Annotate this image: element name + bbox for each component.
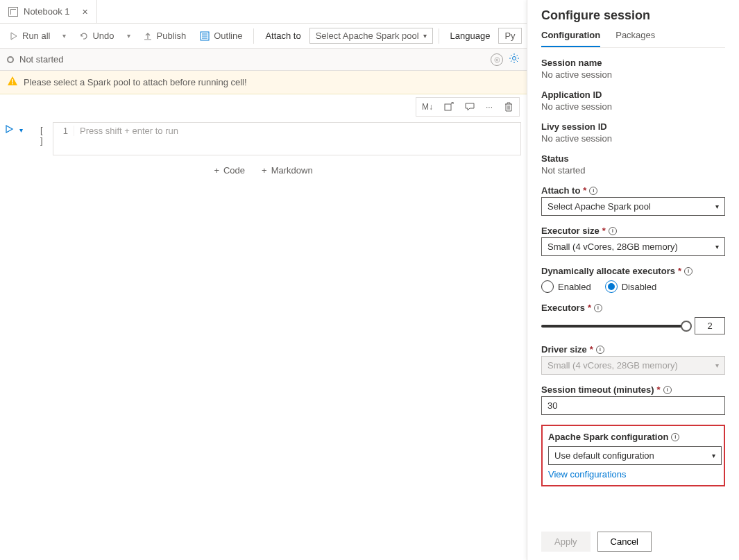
- add-code-label: Code: [223, 165, 245, 176]
- info-icon[interactable]: i: [684, 267, 693, 275]
- chevron-down-icon: ▾: [712, 452, 715, 459]
- info-icon[interactable]: i: [609, 227, 617, 235]
- driver-size-label: Driver size*i: [541, 344, 725, 355]
- status-value: Not started: [541, 165, 725, 176]
- cell-toolbar: M↓ ···: [416, 97, 520, 117]
- view-configurations-link[interactable]: View configurations: [548, 469, 627, 480]
- driver-size-value: Small (4 vCores, 28GB memory): [547, 360, 678, 371]
- run-all-chevron[interactable]: ▾: [58, 29, 70, 42]
- add-markdown-button[interactable]: + Markdown: [262, 165, 313, 176]
- code-cell: ▾ [ ] 1 Press shift + enter to run: [0, 117, 527, 155]
- run-all-button[interactable]: Run all: [4, 28, 56, 44]
- radio-enabled-label: Enabled: [558, 282, 591, 292]
- play-icon: [10, 32, 18, 40]
- target-icon[interactable]: ◎: [491, 53, 503, 66]
- notebook-icon: [8, 7, 18, 17]
- undo-chevron[interactable]: ▾: [123, 29, 135, 42]
- publish-icon: [143, 31, 153, 41]
- attach-to-label: Attach to: [265, 31, 300, 41]
- delete-icon[interactable]: [500, 99, 518, 114]
- session-name-value: No active session: [541, 69, 725, 80]
- svg-rect-7: [445, 104, 451, 110]
- status-dot-icon: [7, 56, 14, 63]
- spark-config-value: Use default configuration: [554, 450, 654, 461]
- attach-to-select-value: Select Apache Spark pool: [547, 201, 651, 212]
- undo-button[interactable]: Undo: [73, 28, 119, 44]
- language-value: Py: [504, 31, 515, 41]
- publish-button[interactable]: Publish: [137, 28, 192, 44]
- run-cell-button[interactable]: [4, 124, 14, 136]
- info-icon[interactable]: i: [663, 386, 672, 394]
- toolbar: Run all ▾ Undo ▾ Publish Outline Attach …: [0, 24, 527, 49]
- executors-slider[interactable]: [541, 325, 686, 328]
- run-cell-chevron[interactable]: ▾: [15, 124, 27, 137]
- outline-button[interactable]: Outline: [194, 28, 248, 44]
- executors-label: Executors*i: [541, 303, 725, 313]
- info-icon[interactable]: i: [594, 304, 602, 312]
- plus-icon: +: [214, 165, 219, 176]
- configure-session-panel: Configure session Configuration Packages…: [527, 0, 739, 560]
- run-all-label: Run all: [22, 31, 50, 41]
- execution-count: [ ]: [32, 122, 53, 149]
- panel-tabs: Configuration Packages: [541, 30, 725, 48]
- cancel-button[interactable]: Cancel: [597, 532, 652, 552]
- undo-label: Undo: [92, 31, 114, 41]
- slider-thumb[interactable]: [681, 321, 692, 332]
- close-icon[interactable]: ×: [83, 6, 88, 17]
- chevron-down-icon: ▾: [715, 243, 719, 251]
- add-cell-row: + Code + Markdown: [0, 155, 527, 185]
- dyn-alloc-label: Dynamically allocate executors*i: [541, 266, 725, 276]
- info-icon[interactable]: i: [596, 346, 604, 354]
- markdown-toggle[interactable]: M↓: [418, 99, 437, 114]
- warning-banner: Please select a Spark pool to attach bef…: [0, 71, 527, 94]
- apply-button: Apply: [541, 532, 591, 552]
- warning-icon: [7, 76, 18, 89]
- add-code-button[interactable]: + Code: [214, 165, 245, 176]
- info-icon[interactable]: i: [589, 187, 597, 195]
- radio-icon: [605, 280, 618, 293]
- status-bar: Not started ◎: [0, 49, 527, 71]
- panel-footer: Apply Cancel: [541, 520, 725, 552]
- livy-id-value: No active session: [541, 133, 725, 144]
- radio-disabled[interactable]: Disabled: [605, 280, 657, 293]
- radio-enabled[interactable]: Enabled: [541, 280, 591, 293]
- code-placeholder: Press shift + enter to run: [74, 126, 520, 136]
- executors-value[interactable]: 2: [695, 317, 725, 334]
- add-markdown-label: Markdown: [271, 165, 313, 176]
- session-name-label: Session name: [541, 58, 725, 68]
- timeout-input[interactable]: [541, 396, 725, 415]
- svg-point-4: [513, 57, 516, 60]
- chevron-down-icon: ▾: [423, 32, 427, 40]
- language-label: Language: [450, 31, 491, 41]
- livy-id-label: Livy session ID: [541, 121, 725, 132]
- tab-title: Notebook 1: [24, 6, 70, 17]
- attach-to-select[interactable]: Select Apache Spark pool ▾: [541, 197, 725, 216]
- executor-size-value: Small (4 vCores, 28GB memory): [547, 241, 678, 252]
- application-id-label: Application ID: [541, 90, 725, 100]
- executor-size-select[interactable]: Small (4 vCores, 28GB memory) ▾: [541, 237, 725, 256]
- code-editor[interactable]: 1 Press shift + enter to run: [53, 122, 521, 155]
- timeout-label: Session timeout (minutes)*i: [541, 384, 725, 395]
- undo-icon: [78, 31, 88, 41]
- attach-to-field-label: Attach to*i: [541, 185, 725, 196]
- publish-label: Publish: [157, 31, 187, 41]
- outline-icon: [200, 31, 210, 41]
- info-icon[interactable]: i: [671, 433, 679, 441]
- warning-text: Please select a Spark pool to attach bef…: [24, 77, 247, 87]
- tab-packages[interactable]: Packages: [615, 30, 655, 47]
- convert-cell-icon[interactable]: [440, 99, 458, 114]
- spark-config-select[interactable]: Use default configuration ▾: [548, 446, 722, 465]
- spark-config-highlight: Apache Spark configurationi Use default …: [541, 425, 725, 486]
- tab-configuration[interactable]: Configuration: [541, 30, 600, 47]
- more-icon[interactable]: ···: [482, 99, 497, 114]
- chevron-down-icon: ▾: [715, 203, 719, 210]
- comment-icon[interactable]: [461, 99, 479, 114]
- notebook-tab[interactable]: Notebook 1 ×: [0, 0, 97, 23]
- application-id-value: No active session: [541, 101, 725, 112]
- language-dropdown[interactable]: Py: [498, 28, 521, 44]
- attach-to-value: Select Apache Spark pool: [316, 31, 419, 41]
- svg-rect-5: [12, 79, 12, 83]
- executor-size-label: Executor size*i: [541, 226, 725, 236]
- attach-to-dropdown[interactable]: Select Apache Spark pool ▾: [309, 28, 433, 44]
- gear-icon[interactable]: [509, 53, 520, 66]
